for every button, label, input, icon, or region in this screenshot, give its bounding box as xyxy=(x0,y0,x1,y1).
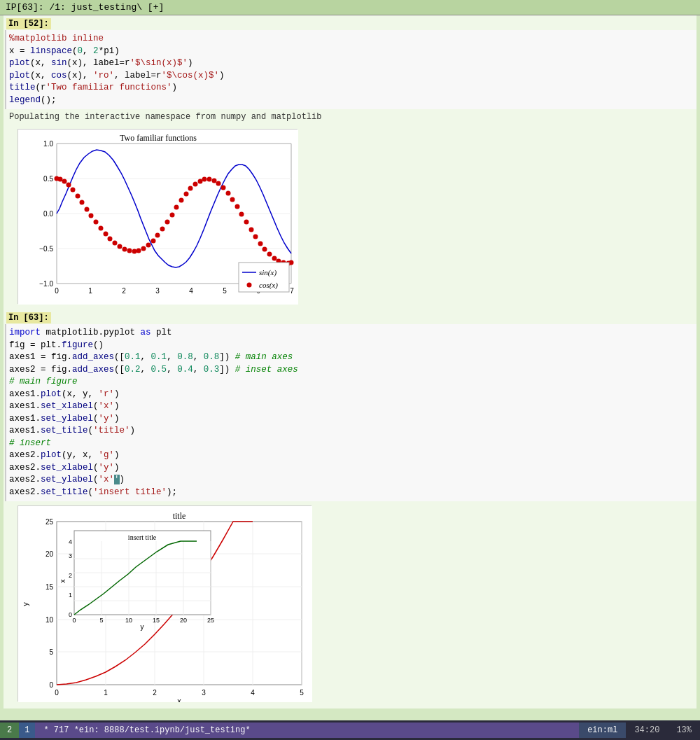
svg-point-47 xyxy=(174,205,179,210)
cell-label-63: In [63]: xyxy=(6,312,51,323)
svg-point-25 xyxy=(71,188,76,193)
svg-point-58 xyxy=(226,191,231,196)
cell-52: In [52]: %matplotlib inline x = linspace… xyxy=(4,15,696,126)
svg-point-56 xyxy=(216,181,221,186)
svg-text:−1.0: −1.0 xyxy=(39,280,53,288)
svg-point-23 xyxy=(62,179,67,184)
svg-text:x: x xyxy=(177,697,181,702)
svg-text:1: 1 xyxy=(69,592,72,599)
svg-point-31 xyxy=(99,226,104,231)
svg-text:y: y xyxy=(21,602,29,606)
svg-text:1.0: 1.0 xyxy=(43,140,53,148)
svg-point-28 xyxy=(85,207,90,212)
svg-text:1: 1 xyxy=(88,287,92,295)
svg-text:10: 10 xyxy=(125,617,132,624)
code-line: axes1.plot(x, y, 'r') xyxy=(9,389,691,401)
code-line: axes1 = fig.add_axes([0.1, 0.1, 0.8, 0.8… xyxy=(9,351,691,364)
code-line: axes2 = fig.add_axes([0.2, 0.5, 0.4, 0.3… xyxy=(9,364,691,377)
status-numbers[interactable]: 1 xyxy=(19,722,35,738)
svg-point-46 xyxy=(170,213,175,218)
notebook: In [52]: %matplotlib inline x = linspace… xyxy=(4,15,696,708)
svg-point-62 xyxy=(244,220,249,225)
output-area-52: Populating the interactive namespace fro… xyxy=(4,109,696,125)
svg-text:7: 7 xyxy=(290,287,294,295)
title-bar: IP[63]: /1: just_testing\ [+] xyxy=(0,0,700,15)
svg-text:25: 25 xyxy=(46,518,54,526)
svg-point-24 xyxy=(66,183,71,188)
svg-point-61 xyxy=(239,212,244,217)
code-line: plot(x, cos(x), 'ro', label=r'$\cos(x)$'… xyxy=(9,70,691,83)
svg-point-37 xyxy=(127,249,132,253)
svg-text:0: 0 xyxy=(55,287,59,295)
svg-point-38 xyxy=(132,249,137,254)
svg-text:2: 2 xyxy=(69,572,72,579)
svg-point-42 xyxy=(151,239,156,244)
svg-point-50 xyxy=(188,186,193,191)
svg-point-63 xyxy=(249,228,254,232)
code-line: axes2.set_title('insert title'); xyxy=(9,487,691,499)
code-line: axes1.set_title('title') xyxy=(9,425,691,438)
svg-point-67 xyxy=(267,252,272,257)
svg-point-55 xyxy=(212,179,217,183)
code-line: x = linspace(0, 2*pi) xyxy=(9,46,691,58)
svg-point-65 xyxy=(258,242,263,246)
svg-point-45 xyxy=(165,220,170,225)
code-line: title(r'Two familiar functions') xyxy=(9,82,691,95)
svg-point-57 xyxy=(221,186,226,190)
status-bar: 2 1 * 717 *ein: 8888/test.ipynb/just_tes… xyxy=(0,720,700,740)
svg-point-48 xyxy=(179,198,184,203)
svg-text:3: 3 xyxy=(155,287,160,295)
svg-text:y: y xyxy=(141,623,144,631)
svg-text:0: 0 xyxy=(72,617,76,624)
svg-text:10: 10 xyxy=(46,616,54,624)
svg-point-49 xyxy=(184,192,189,197)
svg-text:15: 15 xyxy=(46,583,54,591)
svg-point-32 xyxy=(104,232,108,237)
svg-point-36 xyxy=(122,247,127,252)
title-text: IP[63]: /1: just_testing\ [+] xyxy=(6,2,164,13)
svg-text:0: 0 xyxy=(49,681,53,689)
svg-point-39 xyxy=(136,249,141,253)
svg-point-60 xyxy=(235,204,240,209)
inset-title: insert title xyxy=(128,533,157,541)
svg-text:5: 5 xyxy=(99,617,103,624)
svg-point-43 xyxy=(155,233,160,238)
status-filename: * 717 *ein: 8888/test.ipynb/just_testing… xyxy=(35,722,579,738)
code-line: axes1.set_ylabel('y') xyxy=(9,413,691,426)
svg-text:4: 4 xyxy=(189,287,193,295)
svg-point-41 xyxy=(146,243,151,248)
svg-point-34 xyxy=(113,241,118,246)
code-line: legend(); xyxy=(9,95,691,107)
cell-label-52: In [52]: xyxy=(6,18,51,29)
plot1-title: Two familiar functions xyxy=(120,133,197,143)
svg-text:2: 2 xyxy=(153,689,157,697)
svg-text:5: 5 xyxy=(49,648,53,656)
code-line: # insert xyxy=(9,438,691,450)
svg-point-35 xyxy=(118,244,122,249)
code-line: %matplotlib inline xyxy=(9,33,691,46)
svg-text:2: 2 xyxy=(122,287,126,295)
status-cell-type[interactable]: 2 xyxy=(0,722,19,738)
svg-point-54 xyxy=(207,177,212,182)
svg-point-26 xyxy=(76,194,80,199)
svg-text:0.0: 0.0 xyxy=(43,210,53,218)
svg-point-51 xyxy=(193,182,198,187)
plot-2: title 0 5 10 15 20 25 xyxy=(18,505,312,701)
svg-text:5: 5 xyxy=(300,689,304,697)
svg-point-44 xyxy=(160,227,165,232)
svg-text:25: 25 xyxy=(207,617,214,624)
code-line: axes1.set_xlabel('x') xyxy=(9,400,691,413)
svg-point-52 xyxy=(198,179,203,184)
svg-text:15: 15 xyxy=(153,617,160,624)
svg-point-53 xyxy=(202,177,207,182)
code-line: axes2.plot(y, x, 'g') xyxy=(9,449,691,462)
svg-text:−0.5: −0.5 xyxy=(39,245,53,253)
code-line: axes2.set_ylabel('x'') xyxy=(9,474,691,487)
svg-text:4: 4 xyxy=(251,689,255,697)
svg-text:1: 1 xyxy=(104,689,108,697)
cell-code-52[interactable]: %matplotlib inline x = linspace(0, 2*pi)… xyxy=(5,30,696,109)
svg-point-33 xyxy=(108,237,113,242)
code-line: fig = plt.figure() xyxy=(9,340,691,352)
svg-text:0.5: 0.5 xyxy=(43,175,53,183)
cell-code-63[interactable]: import matplotlib.pyplot as plt fig = pl… xyxy=(5,324,696,501)
